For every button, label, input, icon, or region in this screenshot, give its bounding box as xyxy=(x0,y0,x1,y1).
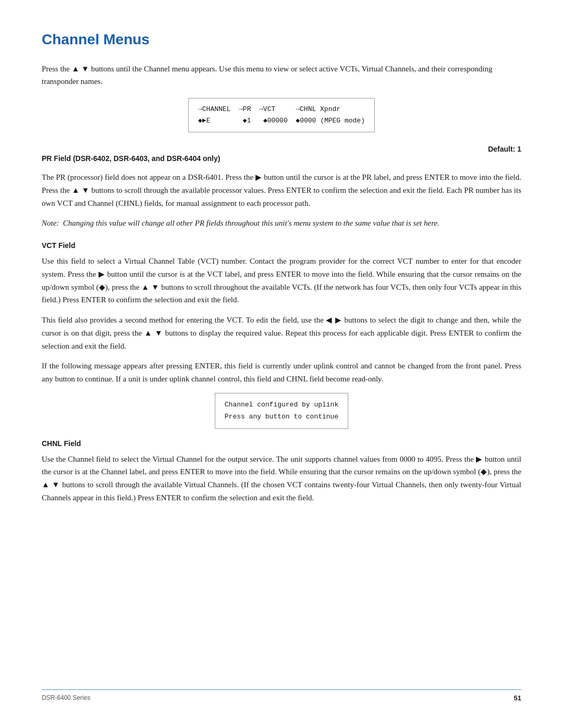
vct-field-header: VCT Field xyxy=(42,241,521,250)
vct-field-paragraph1: Use this field to select a Virtual Chann… xyxy=(42,255,521,306)
intro-paragraph: Press the ▲ ▼ buttons until the Channel … xyxy=(42,63,521,88)
pr-field-paragraph1: The PR (processor) field does not appear… xyxy=(42,171,521,209)
pr-field-section-header-row: PR Field (DSR-6402, DSR-6403, and DSR-64… xyxy=(42,145,521,167)
menu-display-line2: ◆►E ◆1 ◆00000 ◆0000 (MPEG mode) xyxy=(198,115,365,127)
menu-display-line1: →CHANNEL →PR →VCT →CHNL Xpndr xyxy=(198,104,365,115)
footer-page-number: 51 xyxy=(514,694,521,702)
vct-field-paragraph2: This field also provides a second method… xyxy=(42,314,521,352)
uplink-display-box: Channel configured by uplink Press any b… xyxy=(215,393,348,429)
page-container: Channel Menus Press the ▲ ▼ buttons unti… xyxy=(0,0,563,728)
footer: DSR-6400 Series 51 xyxy=(42,689,521,702)
page-title: Channel Menus xyxy=(42,31,521,48)
chnl-field-paragraph1: Use the Channel field to select the Virt… xyxy=(42,453,521,504)
menu-display-box: →CHANNEL →PR →VCT →CHNL Xpndr ◆►E ◆1 ◆00… xyxy=(188,98,375,132)
pr-field-header: PR Field (DSR-6402, DSR-6403, and DSR-64… xyxy=(42,154,220,163)
pr-field-default: Default: 1 xyxy=(488,145,521,167)
chnl-field-header: CHNL Field xyxy=(42,439,521,448)
uplink-display-line1: Channel configured by uplink xyxy=(225,399,338,411)
uplink-display-line2: Press any button to continue xyxy=(225,411,338,423)
footer-series: DSR-6400 Series xyxy=(42,694,90,702)
pr-field-note: Note: Changing this value will change al… xyxy=(42,217,521,230)
vct-field-paragraph3: If the following message appears after p… xyxy=(42,360,521,386)
